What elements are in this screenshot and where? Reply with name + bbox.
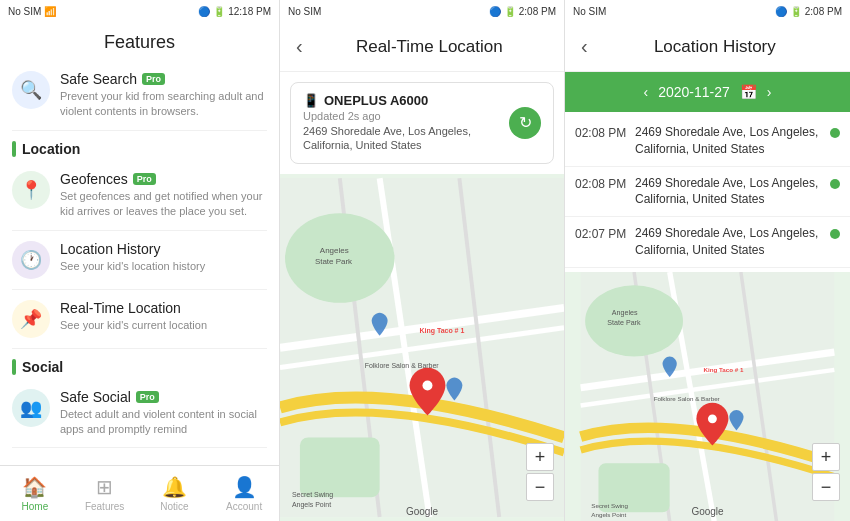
pro-badge-safe-social: Pro [136, 391, 159, 403]
svg-text:Angeles: Angeles [612, 309, 638, 317]
safe-search-desc: Prevent your kid from searching adult an… [60, 89, 267, 120]
device-info: 📱 ONEPLUS A6000 Updated 2s ago 2469 Shor… [303, 93, 509, 153]
features-list: 🔍 Safe Search Pro Prevent your kid from … [0, 61, 279, 465]
history-entry-2: 02:08 PM 2469 Shoredale Ave, Los Angeles… [565, 167, 850, 218]
history-dot-3 [830, 229, 840, 239]
status-left-1: No SIM 📶 [8, 6, 56, 17]
history-map-svg: Angeles State Park Folklore Salon & Barb… [565, 272, 850, 521]
nav-item-account[interactable]: 👤 Account [209, 469, 279, 518]
history-date-bar: ‹ 2020-11-27 📅 › [565, 72, 850, 112]
svg-text:Angeles: Angeles [320, 246, 349, 255]
status-left-2: No SIM [288, 6, 321, 17]
sim-status-2: No SIM [288, 6, 321, 17]
feature-item-safe-social[interactable]: 👥 Safe Social Pro Detect adult and viole… [12, 379, 267, 449]
section-social: Social [12, 349, 267, 379]
status-bar-3: No SIM 🔵 🔋 2:08 PM [565, 0, 850, 22]
battery-icon-3: 🔋 [790, 6, 802, 17]
time-1: 12:18 PM [228, 6, 271, 17]
time-2: 2:08 PM [519, 6, 556, 17]
device-card: 📱 ONEPLUS A6000 Updated 2s ago 2469 Shor… [290, 82, 554, 164]
svg-text:Folklore Salon & Barber: Folklore Salon & Barber [654, 395, 720, 402]
history-back-button[interactable]: ‹ [577, 31, 592, 62]
svg-point-15 [422, 380, 432, 390]
svg-text:Angels Point: Angels Point [292, 501, 331, 509]
realtime-map-svg: Angeles State Park Folklore Salon & Barb… [280, 174, 564, 521]
panel-realtime: No SIM 🔵 🔋 2:08 PM ‹ Real-Time Location … [280, 0, 565, 521]
history-time-2: 02:08 PM [575, 175, 627, 191]
location-history-icon: 🕐 [12, 241, 50, 279]
nav-item-notice[interactable]: 🔔 Notice [140, 469, 210, 518]
location-history-text: Location History See your kid's location… [60, 241, 267, 274]
safe-social-desc: Detect adult and violent content in soci… [60, 407, 267, 438]
location-history-name: Location History [60, 241, 267, 257]
location-history-desc: See your kid's location history [60, 259, 267, 274]
features-icon: ⊞ [96, 475, 113, 499]
history-zoom-in-button[interactable]: + [812, 443, 840, 471]
bt-icon-3: 🔵 [775, 6, 787, 17]
date-prev-button[interactable]: ‹ [644, 84, 649, 100]
pro-badge-safe-search: Pro [142, 73, 165, 85]
svg-text:Secret Swing: Secret Swing [292, 491, 333, 499]
geofences-text: Geofences Pro Set geofences and get noti… [60, 171, 267, 220]
safe-search-icon: 🔍 [12, 71, 50, 109]
svg-text:State Park: State Park [315, 257, 352, 266]
safe-search-name: Safe Search Pro [60, 71, 267, 87]
history-entry-3: 02:07 PM 2469 Shoredale Ave, Los Angeles… [565, 217, 850, 268]
history-title: Location History [592, 37, 838, 57]
calendar-icon: 📅 [740, 84, 757, 100]
sim-status-3: No SIM [573, 6, 606, 17]
status-bar-2: No SIM 🔵 🔋 2:08 PM [280, 0, 564, 22]
status-right-3: 🔵 🔋 2:08 PM [775, 6, 842, 17]
svg-text:Folklore Salon & Barber: Folklore Salon & Barber [365, 361, 440, 368]
history-entry-1: 02:08 PM 2469 Shoredale Ave, Los Angeles… [565, 116, 850, 167]
features-label: Features [85, 501, 124, 512]
realtime-back-button[interactable]: ‹ [292, 31, 307, 62]
history-header: ‹ Location History [565, 22, 850, 72]
safe-social-icon: 👥 [12, 389, 50, 427]
history-time-1: 02:08 PM [575, 124, 627, 140]
nav-item-features[interactable]: ⊞ Features [70, 469, 140, 518]
safe-search-text: Safe Search Pro Prevent your kid from se… [60, 71, 267, 120]
feature-item-geofences[interactable]: 📍 Geofences Pro Set geofences and get no… [12, 161, 267, 231]
panel-features: No SIM 📶 🔵 🔋 12:18 PM Features 🔍 Safe Se… [0, 0, 280, 521]
history-date: 2020-11-27 [658, 84, 730, 100]
realtime-icon: 📌 [12, 300, 50, 338]
panel-history: No SIM 🔵 🔋 2:08 PM ‹ Location History ‹ … [565, 0, 850, 521]
bottom-nav: 🏠 Home ⊞ Features 🔔 Notice 👤 Account [0, 465, 279, 521]
svg-rect-7 [300, 437, 380, 497]
realtime-text: Real-Time Location See your kid's curren… [60, 300, 267, 333]
wifi-icon-1: 📶 [44, 6, 56, 17]
home-label: Home [22, 501, 49, 512]
status-right-1: 🔵 🔋 12:18 PM [198, 6, 271, 17]
history-entries: 02:08 PM 2469 Shoredale Ave, Los Angeles… [565, 112, 850, 272]
google-label-2: Google [406, 506, 438, 517]
realtime-title: Real-Time Location [307, 37, 552, 57]
realtime-name: Real-Time Location [60, 300, 267, 316]
svg-text:King Taco # 1: King Taco # 1 [703, 365, 744, 372]
nav-item-home[interactable]: 🏠 Home [0, 469, 70, 518]
feature-item-safe-search[interactable]: 🔍 Safe Search Pro Prevent your kid from … [12, 61, 267, 131]
account-icon: 👤 [232, 475, 257, 499]
zoom-out-button[interactable]: − [526, 473, 554, 501]
refresh-button[interactable]: ↻ [509, 107, 541, 139]
pro-badge-geofences: Pro [133, 173, 156, 185]
notice-label: Notice [160, 501, 188, 512]
page-title-features: Features [0, 22, 279, 61]
feature-item-realtime[interactable]: 📌 Real-Time Location See your kid's curr… [12, 290, 267, 349]
history-addr-3: 2469 Shoredale Ave, Los Angeles, Califor… [635, 225, 822, 259]
realtime-zoom-controls: + − [526, 443, 554, 501]
account-label: Account [226, 501, 262, 512]
history-map: Angeles State Park Folklore Salon & Barb… [565, 272, 850, 521]
history-zoom-out-button[interactable]: − [812, 473, 840, 501]
geofences-icon: 📍 [12, 171, 50, 209]
section-location: Location [12, 131, 267, 161]
history-dot-1 [830, 128, 840, 138]
bt-icon-2: 🔵 [489, 6, 501, 17]
date-next-button[interactable]: › [767, 84, 772, 100]
svg-text:Angels Point: Angels Point [591, 511, 626, 518]
zoom-in-button[interactable]: + [526, 443, 554, 471]
feature-item-location-history[interactable]: 🕐 Location History See your kid's locati… [12, 231, 267, 290]
svg-text:Secret Swing: Secret Swing [591, 502, 628, 509]
status-bar-1: No SIM 📶 🔵 🔋 12:18 PM [0, 0, 279, 22]
svg-text:State Park: State Park [607, 318, 641, 326]
